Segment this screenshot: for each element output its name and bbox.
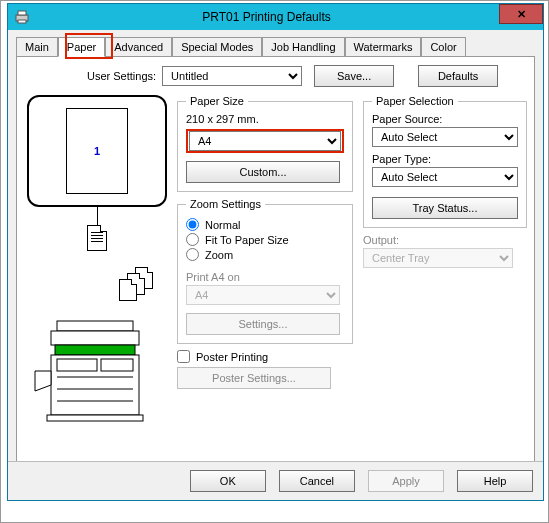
- user-settings-select[interactable]: Untitled: [162, 66, 302, 86]
- user-settings-row: User Settings: Untitled Save... Defaults: [27, 65, 524, 87]
- poster-checkbox[interactable]: [177, 350, 190, 363]
- ok-button[interactable]: OK: [190, 470, 266, 492]
- paper-type-label: Paper Type:: [372, 153, 518, 165]
- right-column: Paper Selection Paper Source: Auto Selec…: [363, 95, 525, 437]
- zoom-fit-radio[interactable]: [186, 233, 199, 246]
- tab-job-handling[interactable]: Job Handling: [262, 37, 344, 57]
- svg-rect-7: [57, 359, 97, 371]
- output-select: Center Tray: [363, 248, 513, 268]
- help-button[interactable]: Help: [457, 470, 533, 492]
- zoom-zoom-row[interactable]: Zoom: [186, 248, 344, 261]
- paper-selection-legend: Paper Selection: [372, 95, 458, 107]
- svg-rect-1: [18, 11, 26, 15]
- tab-strip: Main Paper Advanced Special Modes Job Ha…: [16, 36, 535, 56]
- paper-size-select[interactable]: A4: [189, 131, 341, 151]
- paper-selection-group: Paper Selection Paper Source: Auto Selec…: [363, 95, 527, 228]
- paper-type-select[interactable]: Auto Select: [372, 167, 518, 187]
- svg-rect-4: [51, 331, 139, 345]
- svg-rect-2: [18, 20, 26, 23]
- svg-marker-13: [35, 371, 51, 391]
- tab-watermarks[interactable]: Watermarks: [345, 37, 422, 57]
- dialog-window: PRT01 Printing Defaults ✕ Main Paper Adv…: [7, 3, 544, 501]
- svg-rect-8: [101, 359, 133, 371]
- tab-panel: User Settings: Untitled Save... Defaults…: [16, 56, 535, 476]
- zoom-normal-row[interactable]: Normal: [186, 218, 344, 231]
- zoom-normal-label: Normal: [205, 219, 240, 231]
- user-settings-label: User Settings:: [87, 70, 156, 82]
- tab-special-modes[interactable]: Special Modes: [172, 37, 262, 57]
- preview-page: 1: [66, 108, 128, 194]
- preview-column: 1: [27, 95, 167, 437]
- poster-checkbox-row[interactable]: Poster Printing: [177, 350, 353, 363]
- svg-rect-5: [55, 345, 135, 355]
- zoom-legend: Zoom Settings: [186, 198, 265, 210]
- svg-rect-3: [57, 321, 133, 331]
- middle-column: Paper Size 210 x 297 mm. A4 Custom... Zo…: [177, 95, 353, 437]
- svg-rect-12: [47, 415, 143, 421]
- defaults-button[interactable]: Defaults: [418, 65, 498, 87]
- printer-icon: [14, 9, 30, 25]
- custom-size-button[interactable]: Custom...: [186, 161, 340, 183]
- poster-settings-button: Poster Settings...: [177, 367, 331, 389]
- preview-page-number: 1: [94, 145, 100, 157]
- stacked-pages-icon: [119, 267, 161, 309]
- tab-main[interactable]: Main: [16, 37, 58, 57]
- print-on-label: Print A4 on: [186, 271, 344, 283]
- zoom-zoom-label: Zoom: [205, 249, 233, 261]
- print-on-select: A4: [186, 285, 340, 305]
- paper-size-legend: Paper Size: [186, 95, 248, 107]
- tab-paper[interactable]: Paper: [58, 37, 105, 57]
- zoom-zoom-radio[interactable]: [186, 248, 199, 261]
- titlebar: PRT01 Printing Defaults ✕: [8, 4, 543, 30]
- tray-status-button[interactable]: Tray Status...: [372, 197, 518, 219]
- paper-size-group: Paper Size 210 x 297 mm. A4 Custom...: [177, 95, 353, 192]
- zoom-normal-radio[interactable]: [186, 218, 199, 231]
- printer-illustration: [27, 315, 167, 437]
- tab-color[interactable]: Color: [421, 37, 465, 57]
- paper-size-dims: 210 x 297 mm.: [186, 113, 344, 125]
- zoom-group: Zoom Settings Normal Fit To Paper Size Z…: [177, 198, 353, 344]
- zoom-fit-row[interactable]: Fit To Paper Size: [186, 233, 344, 246]
- preview-tag-line: [97, 207, 98, 225]
- preview-card: 1: [27, 95, 167, 207]
- paper-source-select[interactable]: Auto Select: [372, 127, 518, 147]
- close-button[interactable]: ✕: [499, 4, 543, 24]
- window-title: PRT01 Printing Defaults: [30, 10, 543, 24]
- preview-tag-doc-icon: [87, 225, 107, 251]
- button-bar: OK Cancel Apply Help: [8, 461, 543, 500]
- content-columns: 1: [27, 95, 524, 437]
- output-label: Output:: [363, 234, 525, 246]
- cancel-button[interactable]: Cancel: [279, 470, 355, 492]
- save-button[interactable]: Save...: [314, 65, 394, 87]
- zoom-settings-button: Settings...: [186, 313, 340, 335]
- paper-source-label: Paper Source:: [372, 113, 518, 125]
- tab-advanced[interactable]: Advanced: [105, 37, 172, 57]
- client-area: Main Paper Advanced Special Modes Job Ha…: [8, 30, 543, 480]
- zoom-fit-label: Fit To Paper Size: [205, 234, 289, 246]
- highlight-paper-size: A4: [186, 129, 344, 153]
- apply-button: Apply: [368, 470, 444, 492]
- poster-label: Poster Printing: [196, 351, 268, 363]
- screenshot-frame: PRT01 Printing Defaults ✕ Main Paper Adv…: [0, 0, 549, 523]
